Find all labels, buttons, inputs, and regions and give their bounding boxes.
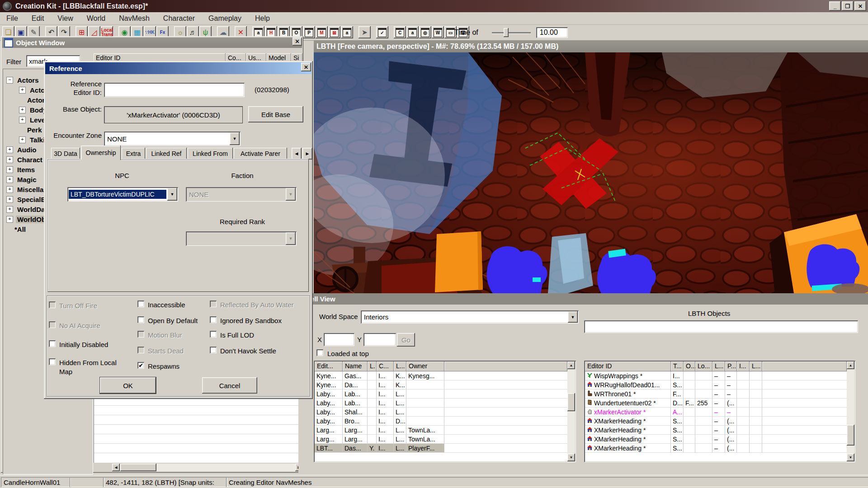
tab-ownership[interactable]: Ownership xyxy=(81,145,121,160)
menu-character[interactable]: Character xyxy=(163,14,195,23)
column-header[interactable]: L... xyxy=(394,361,406,371)
column-header[interactable]: C... xyxy=(377,361,394,371)
scroll-up-icon[interactable]: ▲ xyxy=(847,361,854,369)
required-rank-combobox[interactable]: ▼ xyxy=(186,231,297,246)
object-row[interactable]: WRThrone01 *F...–– xyxy=(585,389,847,399)
cell-row[interactable]: LBT...Das...Y.I...L...PlayerF... xyxy=(315,444,567,453)
world-space-combobox[interactable]: Interiors ▼ xyxy=(361,310,579,324)
tab-activateparer[interactable]: Activate Parer xyxy=(234,148,287,160)
expand-icon[interactable]: + xyxy=(19,107,26,113)
close-button[interactable]: ✕ xyxy=(854,1,866,11)
cancel-button[interactable]: Cancel xyxy=(202,377,257,394)
scroll-thumb[interactable] xyxy=(847,425,854,446)
cell-objects-table[interactable]: Editor IDT...O...Lo...L...P...I...L...Wi… xyxy=(584,361,855,462)
object-row[interactable]: Wundertuetentuer02 *D...F...255–(... xyxy=(585,399,847,408)
scroll-up-icon[interactable]: ▲ xyxy=(567,361,575,369)
restore-button[interactable]: ❐ xyxy=(842,1,854,11)
edit-base-button[interactable]: Edit Base xyxy=(248,106,303,122)
cell-row[interactable]: Larg...Larg...I...L...TownLa... xyxy=(315,435,567,444)
don-t-havok-settle-checkbox[interactable] xyxy=(210,347,217,353)
editor-id-input[interactable] xyxy=(104,83,245,97)
chevron-down-icon[interactable]: ▼ xyxy=(568,311,578,323)
encounter-zone-combobox[interactable]: NONE ▼ xyxy=(104,131,241,146)
toolbar-window-check-icon[interactable]: ✓ xyxy=(376,26,388,38)
column-header[interactable]: O... xyxy=(684,361,695,371)
reference-dialog-close-icon[interactable]: ✕ xyxy=(301,63,311,71)
go-button[interactable]: Go xyxy=(397,333,415,347)
npc-combobox[interactable]: LBT_DBTortureVictimDUPLIC ▼ xyxy=(67,187,178,202)
toolbar-window-w-icon[interactable]: W xyxy=(432,26,444,38)
scroll-left-icon[interactable]: ◀ xyxy=(112,464,120,471)
faction-combobox[interactable]: NONE ▼ xyxy=(186,187,297,202)
object-row[interactable]: WRRugHallofDead01...S...–– xyxy=(585,380,847,389)
menu-edit[interactable]: Edit xyxy=(32,14,44,23)
column-header[interactable]: Name xyxy=(343,361,368,371)
column-header[interactable]: Owner xyxy=(406,361,444,371)
expand-icon[interactable]: + xyxy=(6,146,13,153)
tab-3ddata[interactable]: 3D Data xyxy=(51,148,80,160)
menu-view[interactable]: View xyxy=(57,14,73,23)
chevron-down-icon[interactable]: ▼ xyxy=(167,188,177,201)
cell-row[interactable]: Laby...Lab...I...L... xyxy=(315,389,567,399)
cell-row[interactable]: Kyne...Da...I...K... xyxy=(315,380,567,389)
expand-icon[interactable]: + xyxy=(6,186,13,193)
object-window-close-icon[interactable]: ✕ xyxy=(292,38,302,46)
object-row[interactable]: XMarkerHeading *S...–(... xyxy=(585,417,847,426)
expand-icon[interactable]: + xyxy=(6,156,13,163)
respawns-checkbox[interactable]: ✔ xyxy=(137,362,144,369)
scroll-thumb[interactable] xyxy=(567,393,575,411)
tab-linkedref[interactable]: Linked Ref xyxy=(146,148,187,160)
inaccessible-checkbox[interactable] xyxy=(137,300,144,307)
expand-icon[interactable]: + xyxy=(6,216,13,223)
column-header[interactable]: T... xyxy=(671,361,684,371)
open-by-default-checkbox[interactable] xyxy=(137,316,144,323)
render-viewport[interactable] xyxy=(314,52,868,293)
toolbar-window-x-icon[interactable]: ⊠ xyxy=(328,26,340,38)
menu-navmesh[interactable]: NavMesh xyxy=(119,14,150,23)
expand-icon[interactable]: + xyxy=(6,196,13,203)
tab-scroll-right-icon[interactable]: ▶ xyxy=(302,148,312,160)
column-header[interactable]: I... xyxy=(737,361,750,371)
chevron-down-icon[interactable]: ▼ xyxy=(230,132,240,145)
time-of-day-slider[interactable] xyxy=(492,28,531,37)
render-window-titlebar[interactable]: LBTH [Free camera, perspective] - M#: 78… xyxy=(314,41,868,52)
tab-scroll-left-icon[interactable]: ◀ xyxy=(292,148,302,160)
object-row[interactable]: XMarkerHeading *S...–(... xyxy=(585,444,847,453)
object-row[interactable]: XMarkerHeading *S...–(... xyxy=(585,426,847,435)
object-row[interactable]: WispWrappings *I...–– xyxy=(585,371,847,380)
reference-dialog-titlebar[interactable]: Reference xyxy=(45,62,311,74)
loaded-at-top-checkbox[interactable] xyxy=(316,349,323,356)
expand-icon[interactable]: + xyxy=(19,117,26,123)
menu-help[interactable]: Help xyxy=(255,14,270,23)
column-header[interactable]: L. xyxy=(368,361,377,371)
ok-button[interactable]: OK xyxy=(100,377,156,394)
cell-view-titlebar[interactable]: Cell View xyxy=(298,293,868,305)
tab-extra[interactable]: Extra xyxy=(122,148,145,160)
expand-icon[interactable]: + xyxy=(6,206,13,213)
cell-row[interactable]: Laby...Shal...I...L... xyxy=(315,408,567,417)
column-header[interactable]: Lo... xyxy=(695,361,712,371)
x-input[interactable] xyxy=(324,333,354,346)
cell-list-table[interactable]: Edit...NameL.C...L...OwnerKyne...Gas...I… xyxy=(314,361,576,462)
expand-icon[interactable]: + xyxy=(19,87,26,94)
cell-row[interactable]: Kyne...Gas...I...K...Kynesg... xyxy=(315,371,567,380)
toolbar-window-c-icon[interactable]: C xyxy=(394,26,406,38)
y-input[interactable] xyxy=(363,333,396,346)
toolbar-window-a3-icon[interactable]: a xyxy=(406,26,419,38)
menu-gameplay[interactable]: Gameplay xyxy=(208,14,241,23)
object-row[interactable]: XMarkerHeading *S...–(... xyxy=(585,435,847,444)
menu-world[interactable]: World xyxy=(87,14,106,23)
initially-disabled-checkbox[interactable] xyxy=(49,340,56,347)
scroll-down-icon[interactable]: ▼ xyxy=(567,454,575,461)
column-header[interactable]: P... xyxy=(725,361,737,371)
expand-icon[interactable]: + xyxy=(6,166,13,173)
minimize-button[interactable]: _ xyxy=(829,1,841,11)
toolbar-window-p-icon[interactable]: P xyxy=(303,26,315,38)
column-header[interactable]: Editor ID xyxy=(585,361,671,371)
ignored-by-sandbox-checkbox[interactable] xyxy=(210,316,217,323)
menu-file[interactable]: File xyxy=(6,14,18,23)
hidden-from-local-map-checkbox[interactable] xyxy=(49,358,56,365)
toolbar-window-a2-icon[interactable]: a xyxy=(341,26,353,38)
cell-row[interactable]: Larg...Larg...I...L...TownLa... xyxy=(315,426,567,435)
scroll-thumb[interactable] xyxy=(120,464,156,471)
